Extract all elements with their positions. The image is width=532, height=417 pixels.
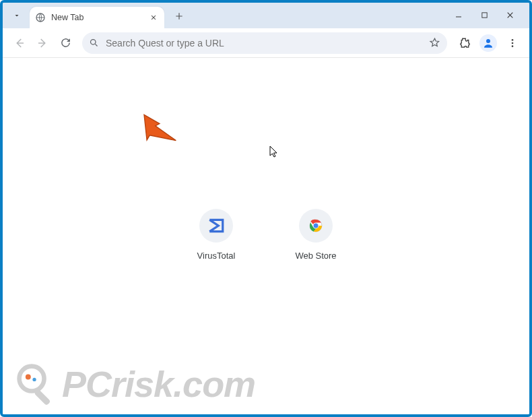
svg-point-4 bbox=[512, 39, 514, 41]
reload-button[interactable] bbox=[55, 33, 75, 53]
puzzle-icon bbox=[458, 37, 470, 49]
user-icon bbox=[482, 37, 494, 49]
watermark: PCrisk.com bbox=[15, 362, 255, 406]
tab-search-dropdown[interactable] bbox=[8, 7, 26, 24]
close-icon bbox=[150, 14, 157, 21]
svg-rect-1 bbox=[481, 12, 486, 17]
svg-point-9 bbox=[314, 224, 319, 228]
maximize-icon bbox=[481, 11, 488, 19]
kebab-menu-icon bbox=[507, 38, 518, 49]
virustotal-icon bbox=[207, 217, 225, 234]
shortcut-webstore[interactable]: Web Store bbox=[282, 209, 350, 261]
bookmark-star-icon[interactable] bbox=[429, 37, 440, 49]
shortcut-chip bbox=[299, 209, 333, 243]
forward-button[interactable] bbox=[32, 33, 53, 53]
watermark-text: PCrisk.com bbox=[62, 363, 255, 405]
svg-point-5 bbox=[512, 42, 514, 44]
ntp-shortcuts: VirusTotal Web Store bbox=[3, 209, 529, 261]
tab-close-button[interactable] bbox=[148, 12, 159, 23]
extensions-button[interactable] bbox=[454, 33, 474, 53]
back-button[interactable] bbox=[9, 33, 30, 53]
close-icon bbox=[506, 11, 514, 20]
toolbar bbox=[3, 28, 529, 58]
reload-icon bbox=[60, 37, 71, 49]
arrow-left-icon bbox=[13, 37, 26, 49]
browser-tab[interactable]: New Tab bbox=[30, 7, 164, 28]
globe-icon bbox=[35, 12, 46, 23]
svg-point-3 bbox=[486, 39, 490, 43]
new-tab-button[interactable] bbox=[170, 7, 189, 26]
chrome-webstore-icon bbox=[308, 218, 324, 234]
annotation-arrow-icon bbox=[131, 103, 184, 156]
svg-rect-11 bbox=[34, 389, 51, 406]
address-bar[interactable] bbox=[82, 32, 447, 54]
titlebar: New Tab bbox=[3, 3, 529, 28]
address-input[interactable] bbox=[106, 38, 429, 49]
svg-point-12 bbox=[26, 374, 31, 379]
arrow-right-icon bbox=[36, 37, 48, 49]
shortcut-label: Web Store bbox=[282, 251, 350, 261]
plus-icon bbox=[174, 11, 184, 21]
svg-point-10 bbox=[20, 366, 44, 391]
minimize-button[interactable] bbox=[448, 7, 469, 23]
minimize-icon bbox=[455, 11, 463, 19]
svg-point-2 bbox=[91, 40, 96, 45]
chevron-down-icon bbox=[13, 11, 21, 20]
mouse-cursor-icon bbox=[269, 146, 280, 159]
svg-point-6 bbox=[512, 45, 514, 47]
profile-avatar[interactable] bbox=[479, 34, 497, 52]
maximize-button[interactable] bbox=[474, 7, 494, 23]
menu-button[interactable] bbox=[502, 33, 523, 53]
shortcut-virustotal[interactable]: VirusTotal bbox=[182, 209, 250, 261]
svg-marker-7 bbox=[136, 107, 176, 152]
svg-point-13 bbox=[32, 378, 36, 381]
search-icon bbox=[89, 38, 99, 48]
tab-title: New Tab bbox=[51, 13, 148, 22]
page-content: VirusTotal Web Store bbox=[3, 58, 529, 414]
magnifier-icon bbox=[15, 362, 59, 406]
close-window-button[interactable] bbox=[500, 7, 520, 23]
window-controls bbox=[448, 7, 520, 23]
shortcut-chip bbox=[199, 209, 233, 243]
shortcut-label: VirusTotal bbox=[182, 251, 250, 261]
